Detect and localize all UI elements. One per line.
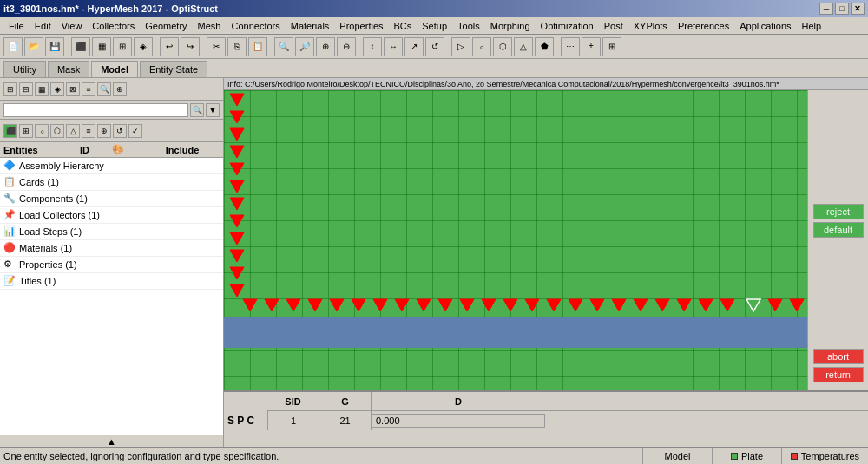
menu-item-post[interactable]: Post bbox=[599, 19, 628, 33]
sidebar-collapse[interactable]: ▲ bbox=[0, 435, 223, 447]
sidebar: ⊞ ⊟ ▦ ◈ ⊠ ≡ 🔍 ⊕ 🔍 ▼ ⬛ ⊞ ⬦ ⬡ △ ≡ ⊕ ↺ ✓ bbox=[0, 78, 224, 447]
tb-btn19[interactable]: ⬦ bbox=[472, 37, 491, 56]
return-button[interactable]: return bbox=[813, 367, 864, 382]
st-btn8[interactable]: ↺ bbox=[113, 124, 127, 138]
sb-btn4[interactable]: ◈ bbox=[50, 82, 64, 96]
menu-item-optimization[interactable]: Optimization bbox=[536, 19, 599, 33]
close-button[interactable]: ✕ bbox=[851, 3, 865, 15]
open-btn[interactable]: 📂 bbox=[24, 37, 43, 56]
sb-btn7[interactable]: 🔍 bbox=[97, 82, 111, 96]
tb-btn5[interactable]: ↩ bbox=[160, 37, 179, 56]
save-btn[interactable]: 💾 bbox=[45, 37, 64, 56]
tb-btn21[interactable]: △ bbox=[514, 37, 533, 56]
grid-overlay bbox=[224, 90, 807, 390]
viewport[interactable] bbox=[224, 90, 807, 390]
st-btn2[interactable]: ⊞ bbox=[19, 124, 33, 138]
tb-btn10[interactable]: 🔍 bbox=[274, 37, 293, 56]
entity-materials[interactable]: 🔴 Materials (1) bbox=[0, 240, 223, 257]
tb-btn2[interactable]: ▦ bbox=[92, 37, 111, 56]
sb-btn1[interactable]: ⊞ bbox=[3, 82, 17, 96]
sb-btn8[interactable]: ⊕ bbox=[113, 82, 127, 96]
tb-btn12[interactable]: ⊕ bbox=[316, 37, 335, 56]
entity-load-steps[interactable]: 📊 Load Steps (1) bbox=[0, 224, 223, 240]
menu-item-preferences[interactable]: Preferences bbox=[673, 19, 734, 33]
tb-btn11[interactable]: 🔎 bbox=[295, 37, 314, 56]
menu-item-connectors[interactable]: Connectors bbox=[226, 19, 285, 33]
st-btn4[interactable]: ⬡ bbox=[50, 124, 64, 138]
sb-btn6[interactable]: ≡ bbox=[82, 82, 95, 96]
sb-btn2[interactable]: ⊟ bbox=[19, 82, 33, 96]
menu-item-applications[interactable]: Applications bbox=[734, 19, 796, 33]
tb-btn4[interactable]: ◈ bbox=[134, 37, 153, 56]
tb-btn20[interactable]: ⬡ bbox=[493, 37, 512, 56]
menu-item-geometry[interactable]: Geometry bbox=[140, 19, 192, 33]
tab-model[interactable]: Model bbox=[91, 61, 138, 77]
sb-btn3[interactable]: ▦ bbox=[35, 82, 49, 96]
entity-titles[interactable]: 📝 Titles (1) bbox=[0, 273, 223, 290]
tb-btn1[interactable]: ⬛ bbox=[71, 37, 90, 56]
menu-item-collectors[interactable]: Collectors bbox=[87, 19, 140, 33]
maximize-button[interactable]: □ bbox=[835, 3, 849, 15]
tb-btn3[interactable]: ⊞ bbox=[113, 37, 132, 56]
st-btn1[interactable]: ⬛ bbox=[3, 124, 17, 138]
menu-item-bcs[interactable]: BCs bbox=[389, 19, 418, 33]
tb-btn25[interactable]: ⊞ bbox=[602, 37, 621, 56]
menu-item-xyplots[interactable]: XYPlots bbox=[628, 19, 673, 33]
search-input[interactable] bbox=[3, 103, 188, 117]
titlebar-controls: ─ □ ✕ bbox=[819, 3, 865, 15]
tb-btn15[interactable]: ↔ bbox=[384, 37, 403, 56]
menu-item-view[interactable]: View bbox=[56, 19, 88, 33]
right-panel: reject default abort return bbox=[807, 90, 868, 390]
st-btn9[interactable]: ✓ bbox=[128, 124, 142, 138]
svg-marker-2 bbox=[230, 128, 244, 141]
svg-marker-25 bbox=[525, 299, 539, 311]
entity-assembly[interactable]: 🔷 Assembly Hierarchy bbox=[0, 158, 223, 174]
tb-btn17[interactable]: ↺ bbox=[425, 37, 444, 56]
titlebar: it3_3901nos.hm* - HyperMesh 2017 - OptiS… bbox=[0, 0, 868, 17]
tab-entity-state[interactable]: Entity State bbox=[140, 61, 207, 77]
search-icon[interactable]: 🔍 bbox=[190, 103, 204, 117]
st-btn3[interactable]: ⬦ bbox=[35, 124, 49, 138]
menu-item-properties[interactable]: Properties bbox=[334, 19, 388, 33]
tb-btn23[interactable]: ⋯ bbox=[561, 37, 580, 56]
tb-btn7[interactable]: ✂ bbox=[207, 37, 226, 56]
load-collectors-label: Load Collectors (1) bbox=[19, 210, 220, 220]
svg-marker-9 bbox=[230, 250, 244, 262]
status-plate: Plate bbox=[712, 448, 781, 464]
tb-btn13[interactable]: ⊖ bbox=[337, 37, 356, 56]
menu-item-materials[interactable]: Materials bbox=[286, 19, 335, 33]
cards-icon: 📋 bbox=[3, 176, 17, 188]
reject-button[interactable]: reject bbox=[813, 204, 864, 219]
tb-btn9[interactable]: 📋 bbox=[248, 37, 267, 56]
default-button[interactable]: default bbox=[813, 222, 864, 238]
entity-cards[interactable]: 📋 Cards (1) bbox=[0, 174, 223, 191]
menu-item-file[interactable]: File bbox=[3, 19, 30, 33]
tb-btn18[interactable]: ▷ bbox=[451, 37, 470, 56]
menu-item-tools[interactable]: Tools bbox=[452, 19, 485, 33]
tb-btn22[interactable]: ⬟ bbox=[535, 37, 554, 56]
menu-item-edit[interactable]: Edit bbox=[30, 19, 56, 33]
st-btn7[interactable]: ⊕ bbox=[97, 124, 111, 138]
menu-item-setup[interactable]: Setup bbox=[417, 19, 452, 33]
tb-btn24[interactable]: ± bbox=[582, 37, 601, 56]
entity-load-collectors[interactable]: 📌 Load Collectors (1) bbox=[0, 207, 223, 224]
minimize-button[interactable]: ─ bbox=[819, 3, 833, 15]
entity-properties[interactable]: ⚙ Properties (1) bbox=[0, 257, 223, 273]
menu-item-help[interactable]: Help bbox=[797, 19, 827, 33]
new-btn[interactable]: 📄 bbox=[3, 37, 23, 56]
svg-marker-5 bbox=[230, 180, 244, 193]
menu-item-morphing[interactable]: Morphing bbox=[485, 19, 536, 33]
entity-components[interactable]: 🔧 Components (1) bbox=[0, 191, 223, 207]
st-btn5[interactable]: △ bbox=[66, 124, 80, 138]
tb-btn14[interactable]: ↕ bbox=[363, 37, 382, 56]
tb-btn8[interactable]: ⎘ bbox=[227, 37, 247, 56]
tab-utility[interactable]: Utility bbox=[3, 61, 46, 77]
tab-mask[interactable]: Mask bbox=[48, 61, 89, 77]
tb-btn16[interactable]: ↗ bbox=[404, 37, 424, 56]
sb-btn5[interactable]: ⊠ bbox=[66, 82, 80, 96]
abort-button[interactable]: abort bbox=[813, 349, 864, 364]
st-btn6[interactable]: ≡ bbox=[82, 124, 95, 138]
tb-btn6[interactable]: ↪ bbox=[181, 37, 200, 56]
search-options-btn[interactable]: ▼ bbox=[206, 103, 220, 117]
menu-item-mesh[interactable]: Mesh bbox=[193, 19, 227, 33]
